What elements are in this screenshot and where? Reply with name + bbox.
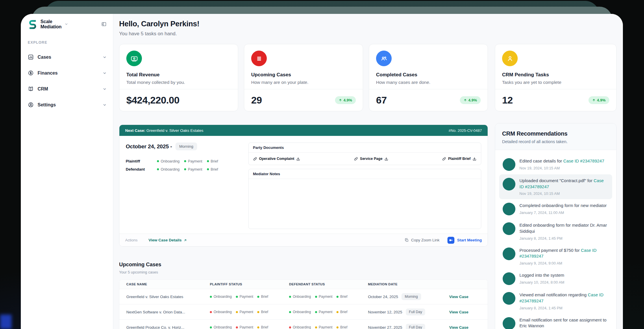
status-dot xyxy=(210,326,212,328)
time-slot-pill: Morning xyxy=(175,143,197,150)
bar-chart-icon xyxy=(28,54,34,60)
sidebar-collapse-icon[interactable] xyxy=(101,21,107,27)
chevron-down-icon xyxy=(103,87,107,91)
mediation-date-cell: October 24, 2025 Morning xyxy=(368,293,449,300)
arrow-up-icon xyxy=(339,99,342,102)
video-camera-icon xyxy=(447,237,454,244)
trend-badge: 4.9% xyxy=(335,96,356,104)
stat-card-total-revenue: Total Revenue Total money collected by y… xyxy=(119,44,238,111)
sidebar-item-cases[interactable]: Cases xyxy=(28,51,107,64)
defendant-status-row: Defendant Onboarding Payment Brief xyxy=(126,167,241,171)
view-case-link[interactable]: View Case xyxy=(449,325,481,329)
view-case-link[interactable]: View Case xyxy=(449,310,481,314)
view-case-link[interactable]: View Case xyxy=(449,295,481,299)
view-case-details-link[interactable]: View Case Details xyxy=(149,238,187,242)
crm-activity-list: Edited case details for Case ID #2347892… xyxy=(495,150,616,329)
status-dot xyxy=(184,168,186,170)
link-icon xyxy=(253,157,257,161)
crm-activity-item: Processed payment of $750 for Case ID #2… xyxy=(499,244,612,269)
page-subtitle: You have 5 tasks on hand. xyxy=(119,31,617,37)
status-dot xyxy=(315,296,317,298)
sidebar-item-crm[interactable]: CRM xyxy=(28,83,107,95)
crm-recommendations-panel: CRM Recommendations Detailed record of a… xyxy=(495,123,617,329)
mediator-notes-box: Mediator Notes xyxy=(248,169,481,229)
next-case-actions-bar: Actions View Case Details Copy Zoom Link xyxy=(119,234,488,246)
timestamp: January 10, 2024, 8:00 AM xyxy=(519,280,564,284)
document-link-operative-complaint[interactable]: Operative Complaint xyxy=(253,157,300,161)
document-link-plaintiff-brief[interactable]: Plaintiff Brief xyxy=(442,157,476,161)
case-name: NextGen Software v. Orion Data... xyxy=(126,310,210,314)
dollar-circle-icon xyxy=(28,70,34,76)
status-dot xyxy=(207,160,209,162)
mediator-notes-input[interactable] xyxy=(249,179,481,229)
status-dot xyxy=(289,311,291,313)
time-slot-pill: Full Day xyxy=(406,324,425,329)
status-onboarding: Onboarding xyxy=(157,167,179,171)
next-case-banner: Next Case: Greenfield v. Silver Oaks Est… xyxy=(119,125,488,136)
actions-label: Actions xyxy=(125,238,138,242)
stat-title: Upcoming Cases xyxy=(251,72,356,78)
stat-value: 29 xyxy=(251,95,262,106)
stat-description: Total money collected by you. xyxy=(126,80,231,85)
crm-panel-header: CRM Recommendations Detailed record of a… xyxy=(495,123,616,150)
status-dot xyxy=(257,326,259,328)
column-header: PLAINTIFF STATUS xyxy=(210,282,289,286)
table-row: NextGen Software v. Orion Data... Onboar… xyxy=(119,304,488,319)
status-dot xyxy=(336,311,338,313)
table-row: Greenfield Produce Co. v. Horiz... Onboa… xyxy=(119,319,488,329)
next-case-schedule: October 24, 2025 - Morning Plaintiff Onb… xyxy=(126,143,241,227)
table-header-row: CASE NAME PLAINTIFF STATUS DEFENDANT STA… xyxy=(119,280,488,289)
defendant-status-cell: Onboarding Payment Brief xyxy=(289,325,368,329)
status-dot xyxy=(236,326,238,328)
crm-activity-item: Completed onboarding form for new mediat… xyxy=(499,199,612,219)
workspace-chevron-down-icon xyxy=(64,22,68,26)
scale-mediation-logo-icon xyxy=(28,19,38,29)
timestamp: Nov 19, 2024, 10:15 AM xyxy=(519,191,609,196)
status-dot xyxy=(236,311,238,313)
avatar xyxy=(503,203,515,215)
status-brief: Brief xyxy=(207,159,218,163)
status-brief: Brief xyxy=(207,167,218,171)
download-icon[interactable] xyxy=(473,157,476,161)
stat-value: 12 xyxy=(502,95,513,106)
table-row: Greenfield v. Silver Oaks Estates Onboar… xyxy=(119,289,488,304)
arrow-up-icon xyxy=(592,99,595,102)
download-icon[interactable] xyxy=(296,157,300,161)
sidebar-item-finances[interactable]: Finances xyxy=(28,67,107,80)
time-slot-pill: Morning xyxy=(401,293,421,300)
stat-card-crm-pending-tasks: CRM Pending Tasks Tasks you are yet to c… xyxy=(495,44,617,111)
next-case-title: Greenfield v. Silver Oaks Estates xyxy=(147,128,203,133)
status-onboarding: Onboarding xyxy=(157,159,179,163)
workspace-switcher[interactable]: Scale Mediation xyxy=(40,19,62,29)
copy-zoom-link-button[interactable]: Copy Zoom Link xyxy=(404,238,439,242)
main-content: Hello, Carolyn Perkins! You have 5 tasks… xyxy=(113,14,623,329)
case-id-link[interactable]: Case ID #234789247 xyxy=(563,158,604,163)
defendant-status-cell: Onboarding Payment Brief xyxy=(289,310,368,314)
stat-card-completed-cases: Completed Cases How many cases are done.… xyxy=(369,44,488,111)
link-icon xyxy=(442,157,446,161)
crm-activity-item: Viewed email notification regarding Case… xyxy=(499,289,612,313)
avatar xyxy=(503,292,515,305)
defendant-status-cell: Onboarding Payment Brief xyxy=(289,295,368,299)
status-payment: Payment xyxy=(184,159,202,163)
people-icon xyxy=(376,51,392,66)
sidebar: Scale Mediation EXPLORE Cases xyxy=(21,14,113,329)
stat-title: Total Revenue xyxy=(126,72,231,78)
timestamp: January 9, 2024, 9:00 AM xyxy=(519,261,609,265)
person-icon xyxy=(502,51,518,66)
case-name: Greenfield v. Silver Oaks Estates xyxy=(126,295,210,299)
status-dot xyxy=(210,311,212,313)
status-dot xyxy=(257,296,259,298)
status-dot xyxy=(315,311,317,313)
start-meeting-button[interactable]: Start Meeting xyxy=(447,237,482,244)
download-icon[interactable] xyxy=(384,157,388,161)
upcoming-cases-section: Upcoming Cases Your 5 upcoming cases CAS… xyxy=(119,262,488,329)
document-link-service-page[interactable]: Service Page xyxy=(354,157,388,161)
next-case-card: Next Case: Greenfield v. Silver Oaks Est… xyxy=(119,125,488,247)
timestamp: January 8, 2024, 1:45 PM xyxy=(519,236,609,241)
lines-icon xyxy=(251,51,267,66)
time-slot-pill: Full Day xyxy=(406,308,425,315)
sidebar-item-settings[interactable]: Settings xyxy=(28,99,107,111)
trend-badge: 4.9% xyxy=(589,96,609,104)
crm-activity-item: Logged into the system January 10, 2024,… xyxy=(499,269,612,289)
